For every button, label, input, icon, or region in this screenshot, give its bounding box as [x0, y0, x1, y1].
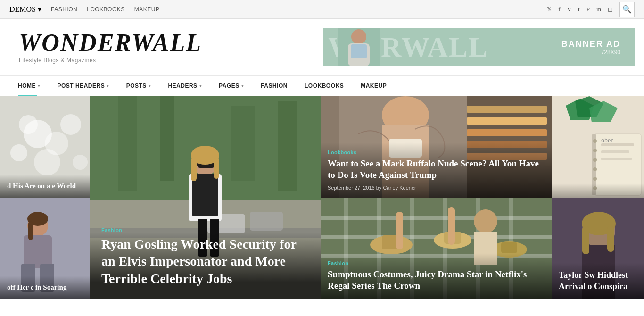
pages-dropdown-arrow: ▾: [241, 83, 244, 88]
svg-rect-37: [214, 158, 219, 179]
gems-notebook-bg: ober: [552, 96, 644, 198]
nav-home[interactable]: HOME ▾: [9, 76, 49, 96]
nav-post-headers[interactable]: POST HEADERS ▾: [49, 76, 118, 96]
banner-advertisement[interactable]: W RWALL BANNER AD 728X90: [323, 28, 635, 66]
card-right-bottom[interactable]: Fashion Sumptuous Costumes, Juicy Drama …: [321, 198, 552, 299]
makeup-nav-item[interactable]: MAKEUP: [134, 6, 160, 13]
svg-point-6: [19, 115, 38, 134]
svg-point-79: [593, 167, 597, 171]
card-far-right-bottom-title: Taylor Sw Hiddlest Arrival o Conspira: [559, 270, 637, 292]
card-right-top-overlay: Lookbooks Want to See a Mark Ruffalo Nud…: [321, 142, 552, 198]
banner-ad-text: BANNER AD 728X90: [561, 39, 620, 56]
banner-ad-size: 728X90: [561, 49, 620, 56]
svg-point-77: [593, 149, 597, 152]
post-headers-dropdown-arrow: ▾: [107, 83, 109, 88]
card-left-top-title: d His Are on a e World: [7, 182, 83, 191]
card-far-right-bottom[interactable]: Taylor Sw Hiddlest Arrival o Conspira: [552, 198, 644, 299]
banner-ad-label: BANNER AD: [561, 39, 620, 49]
card-center[interactable]: Fashion Ryan Gosling Worked Security for…: [90, 96, 321, 299]
demos-arrow: ▾: [38, 5, 41, 14]
svg-rect-67: [448, 207, 455, 245]
svg-rect-42: [467, 129, 547, 136]
search-button[interactable]: 🔍: [619, 2, 635, 17]
card-left-bottom-title: off Her e in Soaring: [7, 283, 83, 292]
nav-fashion[interactable]: FASHION: [252, 76, 296, 96]
lookbooks-nav-item[interactable]: LOOKBOOKS: [87, 6, 125, 13]
svg-rect-3: [351, 44, 367, 58]
svg-rect-36: [191, 158, 197, 181]
top-navigation: DEMOS ▾ FASHION LOOKBOOKS MAKEUP 𝕏 f V t…: [0, 0, 644, 19]
twitter-icon[interactable]: 𝕏: [547, 6, 552, 13]
svg-rect-83: [601, 150, 629, 153]
svg-rect-22: [160, 96, 174, 181]
nav-lookbooks[interactable]: LOOKBOOKS: [296, 76, 352, 96]
card-center-overlay: Fashion Ryan Gosling Worked Security for…: [90, 216, 321, 299]
card-right-bottom-category: Fashion: [328, 260, 545, 266]
card-left-top[interactable]: d His Are on a e World: [0, 96, 90, 198]
nav-headers[interactable]: HEADERS ▾: [159, 76, 210, 96]
svg-rect-14: [24, 235, 52, 268]
linkedin-icon[interactable]: in: [596, 6, 601, 13]
svg-point-80: [593, 177, 597, 181]
main-navigation: HOME ▾ POST HEADERS ▾ POSTS ▾ HEADERS ▾ …: [0, 75, 644, 96]
svg-rect-31: [192, 174, 218, 216]
card-right-bottom-title: Sumptuous Costumes, Juicy Drama Star in …: [328, 269, 545, 292]
svg-point-78: [593, 158, 597, 162]
svg-rect-51: [321, 216, 552, 220]
card-right-top-category: Lookbooks: [328, 150, 545, 155]
home-dropdown-arrow: ▾: [38, 83, 41, 88]
card-far-right-top[interactable]: ober: [552, 96, 644, 198]
content-grid: d His Are on a e World off Her e in Soar…: [0, 96, 644, 299]
site-logo[interactable]: WONDERWALL: [19, 31, 202, 55]
card-center-title: Ryan Gosling Worked Security for an Elvi…: [101, 236, 309, 287]
card-right-bottom-overlay: Fashion Sumptuous Costumes, Juicy Drama …: [321, 253, 552, 299]
far-right-column: ober Taylor Sw Hiddlest Arrival o Co: [552, 96, 644, 299]
left-column: d His Are on a e World off Her e in Soar…: [0, 96, 90, 299]
svg-text:ober: ober: [601, 137, 613, 144]
card-right-top-title: Want to See a Mark Ruffalo Nude Scene? A…: [328, 158, 545, 181]
svg-rect-66: [396, 212, 403, 249]
nav-posts[interactable]: POSTS ▾: [118, 76, 160, 96]
svg-rect-40: [467, 106, 547, 113]
nav-makeup[interactable]: MAKEUP: [352, 76, 395, 96]
demos-nav-item[interactable]: DEMOS ▾: [9, 5, 41, 14]
vimeo-icon[interactable]: V: [567, 6, 571, 13]
card-right-top-meta: September 27, 2016 by Carley Keener: [328, 185, 545, 191]
pinterest-icon[interactable]: P: [586, 6, 590, 13]
svg-point-10: [34, 149, 60, 175]
svg-point-9: [60, 114, 81, 135]
right-column: Lookbooks Want to See a Mark Ruffalo Nud…: [321, 96, 552, 299]
top-nav-left: DEMOS ▾ FASHION LOOKBOOKS MAKEUP: [9, 5, 159, 14]
svg-rect-23: [231, 106, 255, 181]
svg-point-1: [351, 29, 366, 44]
site-tagline: Lifestyle Blogs & Magazines: [19, 57, 202, 64]
tumblr-icon[interactable]: t: [578, 6, 580, 13]
fashion-nav-item[interactable]: FASHION: [51, 6, 77, 13]
card-center-category: Fashion: [101, 227, 309, 233]
card-left-top-overlay: d His Are on a e World: [0, 175, 90, 198]
svg-rect-41: [467, 117, 547, 125]
search-icon: 🔍: [622, 5, 632, 14]
card-far-right-top-overlay: [552, 183, 644, 198]
card-left-bottom-overlay: off Her e in Soaring: [0, 276, 90, 299]
svg-point-76: [593, 139, 597, 143]
svg-rect-21: [118, 96, 137, 191]
banner-person-image: [338, 28, 380, 66]
logo-section: WONDERWALL Lifestyle Blogs & Magazines: [19, 31, 202, 64]
card-far-right-bottom-overlay: Taylor Sw Hiddlest Arrival o Conspira: [552, 263, 644, 299]
site-header: WONDERWALL Lifestyle Blogs & Magazines W…: [0, 19, 644, 75]
svg-point-8: [10, 144, 27, 161]
main-nav-items: HOME ▾ POST HEADERS ▾ POSTS ▾ HEADERS ▾ …: [9, 76, 395, 96]
svg-rect-24: [278, 101, 297, 191]
top-nav-right: 𝕏 f V t P in ◻ 🔍: [547, 2, 635, 17]
svg-point-11: [73, 155, 88, 170]
nav-pages[interactable]: PAGES ▾: [210, 76, 252, 96]
facebook-icon[interactable]: f: [558, 6, 560, 13]
svg-point-68: [474, 209, 497, 233]
card-left-bottom[interactable]: off Her e in Soaring: [0, 198, 90, 299]
svg-rect-84: [601, 158, 632, 160]
demos-label: DEMOS: [9, 5, 36, 14]
card-right-top[interactable]: Lookbooks Want to See a Mark Ruffalo Nud…: [321, 96, 552, 198]
headers-dropdown-arrow: ▾: [199, 83, 202, 88]
instagram-icon[interactable]: ◻: [608, 6, 613, 13]
